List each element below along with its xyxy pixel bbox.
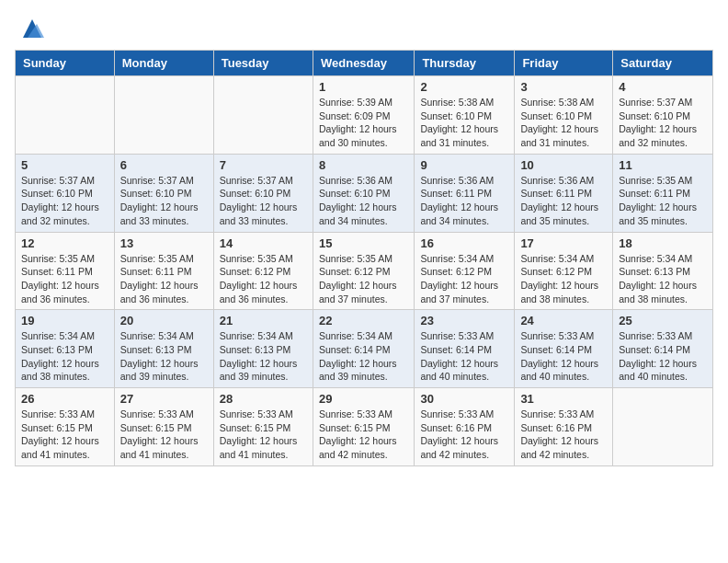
logo bbox=[15, 15, 46, 42]
day-number: 6 bbox=[120, 158, 208, 172]
day-cell: 31Sunrise: 5:33 AMSunset: 6:16 PMDayligh… bbox=[515, 388, 613, 466]
day-number: 3 bbox=[520, 80, 607, 94]
day-info: Sunrise: 5:33 AMSunset: 6:14 PMDaylight:… bbox=[520, 329, 607, 384]
day-info: Sunrise: 5:37 AMSunset: 6:10 PMDaylight:… bbox=[120, 174, 208, 228]
day-info: Sunrise: 5:35 AMSunset: 6:12 PMDaylight:… bbox=[220, 252, 307, 306]
day-info: Sunrise: 5:34 AMSunset: 6:13 PMDaylight:… bbox=[220, 329, 307, 384]
day-number: 7 bbox=[220, 158, 307, 172]
week-row-5: 26Sunrise: 5:33 AMSunset: 6:15 PMDayligh… bbox=[16, 388, 713, 466]
day-cell: 9Sunrise: 5:36 AMSunset: 6:11 PMDaylight… bbox=[415, 154, 515, 232]
day-cell: 15Sunrise: 5:35 AMSunset: 6:12 PMDayligh… bbox=[313, 232, 414, 310]
day-number: 27 bbox=[120, 392, 208, 406]
day-number: 28 bbox=[220, 392, 307, 406]
day-cell: 16Sunrise: 5:34 AMSunset: 6:12 PMDayligh… bbox=[415, 232, 515, 310]
day-number: 31 bbox=[520, 392, 607, 406]
day-cell: 18Sunrise: 5:34 AMSunset: 6:13 PMDayligh… bbox=[613, 232, 713, 310]
day-number: 17 bbox=[520, 236, 607, 250]
week-row-2: 5Sunrise: 5:37 AMSunset: 6:10 PMDaylight… bbox=[16, 154, 713, 232]
day-number: 1 bbox=[319, 80, 408, 94]
day-info: Sunrise: 5:38 AMSunset: 6:10 PMDaylight:… bbox=[420, 96, 508, 150]
day-info: Sunrise: 5:33 AMSunset: 6:16 PMDaylight:… bbox=[420, 408, 508, 462]
day-info: Sunrise: 5:34 AMSunset: 6:12 PMDaylight:… bbox=[420, 252, 508, 306]
day-cell: 8Sunrise: 5:36 AMSunset: 6:10 PMDaylight… bbox=[313, 154, 414, 232]
day-info: Sunrise: 5:38 AMSunset: 6:10 PMDaylight:… bbox=[520, 96, 607, 150]
day-info: Sunrise: 5:37 AMSunset: 6:10 PMDaylight:… bbox=[619, 96, 707, 150]
day-cell: 11Sunrise: 5:35 AMSunset: 6:11 PMDayligh… bbox=[613, 154, 713, 232]
day-info: Sunrise: 5:33 AMSunset: 6:15 PMDaylight:… bbox=[120, 408, 208, 462]
day-info: Sunrise: 5:33 AMSunset: 6:15 PMDaylight:… bbox=[220, 408, 307, 462]
day-number: 18 bbox=[619, 236, 707, 250]
day-number: 9 bbox=[420, 158, 508, 172]
week-row-4: 19Sunrise: 5:34 AMSunset: 6:13 PMDayligh… bbox=[16, 310, 713, 388]
day-info: Sunrise: 5:35 AMSunset: 6:11 PMDaylight:… bbox=[619, 174, 707, 228]
day-cell bbox=[213, 76, 313, 155]
day-number: 4 bbox=[619, 80, 707, 94]
day-info: Sunrise: 5:33 AMSunset: 6:16 PMDaylight:… bbox=[520, 408, 607, 462]
header-friday: Friday bbox=[515, 51, 613, 76]
day-cell bbox=[114, 76, 213, 155]
day-cell: 2Sunrise: 5:38 AMSunset: 6:10 PMDaylight… bbox=[415, 76, 515, 155]
day-info: Sunrise: 5:35 AMSunset: 6:11 PMDaylight:… bbox=[120, 252, 208, 306]
day-number: 26 bbox=[21, 392, 108, 406]
day-cell: 7Sunrise: 5:37 AMSunset: 6:10 PMDaylight… bbox=[213, 154, 313, 232]
day-number: 15 bbox=[319, 236, 408, 250]
header-tuesday: Tuesday bbox=[213, 51, 313, 76]
week-row-1: 1Sunrise: 5:39 AMSunset: 6:09 PMDaylight… bbox=[16, 76, 713, 155]
day-number: 2 bbox=[420, 80, 508, 94]
day-cell: 20Sunrise: 5:34 AMSunset: 6:13 PMDayligh… bbox=[114, 310, 213, 388]
day-cell: 23Sunrise: 5:33 AMSunset: 6:14 PMDayligh… bbox=[415, 310, 515, 388]
day-number: 24 bbox=[520, 314, 607, 327]
day-number: 22 bbox=[319, 314, 408, 327]
day-number: 11 bbox=[619, 158, 707, 172]
day-info: Sunrise: 5:34 AMSunset: 6:13 PMDaylight:… bbox=[21, 329, 108, 384]
day-number: 20 bbox=[120, 314, 208, 327]
day-cell: 19Sunrise: 5:34 AMSunset: 6:13 PMDayligh… bbox=[16, 310, 115, 388]
day-cell: 26Sunrise: 5:33 AMSunset: 6:15 PMDayligh… bbox=[16, 388, 115, 466]
day-cell: 12Sunrise: 5:35 AMSunset: 6:11 PMDayligh… bbox=[16, 232, 115, 310]
day-number: 23 bbox=[420, 314, 508, 327]
day-cell: 25Sunrise: 5:33 AMSunset: 6:14 PMDayligh… bbox=[613, 310, 713, 388]
day-info: Sunrise: 5:34 AMSunset: 6:13 PMDaylight:… bbox=[120, 329, 208, 384]
header-sunday: Sunday bbox=[16, 51, 115, 76]
day-info: Sunrise: 5:37 AMSunset: 6:10 PMDaylight:… bbox=[220, 174, 307, 228]
day-cell: 3Sunrise: 5:38 AMSunset: 6:10 PMDaylight… bbox=[515, 76, 613, 155]
day-number: 10 bbox=[520, 158, 607, 172]
header-row: SundayMondayTuesdayWednesdayThursdayFrid… bbox=[16, 51, 713, 76]
day-info: Sunrise: 5:34 AMSunset: 6:13 PMDaylight:… bbox=[619, 252, 707, 306]
day-number: 19 bbox=[21, 314, 108, 327]
day-cell: 24Sunrise: 5:33 AMSunset: 6:14 PMDayligh… bbox=[515, 310, 613, 388]
page-header bbox=[15, 15, 713, 42]
day-number: 21 bbox=[220, 314, 307, 327]
day-cell: 5Sunrise: 5:37 AMSunset: 6:10 PMDaylight… bbox=[16, 154, 115, 232]
day-cell: 30Sunrise: 5:33 AMSunset: 6:16 PMDayligh… bbox=[415, 388, 515, 466]
day-info: Sunrise: 5:36 AMSunset: 6:11 PMDaylight:… bbox=[420, 174, 508, 228]
header-monday: Monday bbox=[114, 51, 213, 76]
day-info: Sunrise: 5:34 AMSunset: 6:12 PMDaylight:… bbox=[520, 252, 607, 306]
day-cell bbox=[613, 388, 713, 466]
day-cell bbox=[16, 76, 115, 155]
day-cell: 29Sunrise: 5:33 AMSunset: 6:15 PMDayligh… bbox=[313, 388, 414, 466]
logo-icon bbox=[18, 15, 46, 42]
day-info: Sunrise: 5:35 AMSunset: 6:11 PMDaylight:… bbox=[21, 252, 108, 306]
day-cell: 1Sunrise: 5:39 AMSunset: 6:09 PMDaylight… bbox=[313, 76, 414, 155]
day-number: 30 bbox=[420, 392, 508, 406]
day-cell: 28Sunrise: 5:33 AMSunset: 6:15 PMDayligh… bbox=[213, 388, 313, 466]
day-number: 25 bbox=[619, 314, 707, 327]
day-info: Sunrise: 5:36 AMSunset: 6:11 PMDaylight:… bbox=[520, 174, 607, 228]
day-cell: 21Sunrise: 5:34 AMSunset: 6:13 PMDayligh… bbox=[213, 310, 313, 388]
day-cell: 6Sunrise: 5:37 AMSunset: 6:10 PMDaylight… bbox=[114, 154, 213, 232]
day-cell: 22Sunrise: 5:34 AMSunset: 6:14 PMDayligh… bbox=[313, 310, 414, 388]
day-number: 13 bbox=[120, 236, 208, 250]
day-number: 5 bbox=[21, 158, 108, 172]
day-info: Sunrise: 5:33 AMSunset: 6:15 PMDaylight:… bbox=[319, 408, 408, 462]
header-saturday: Saturday bbox=[613, 51, 713, 76]
day-number: 8 bbox=[319, 158, 408, 172]
header-thursday: Thursday bbox=[415, 51, 515, 76]
day-cell: 13Sunrise: 5:35 AMSunset: 6:11 PMDayligh… bbox=[114, 232, 213, 310]
day-cell: 27Sunrise: 5:33 AMSunset: 6:15 PMDayligh… bbox=[114, 388, 213, 466]
day-cell: 10Sunrise: 5:36 AMSunset: 6:11 PMDayligh… bbox=[515, 154, 613, 232]
day-number: 12 bbox=[21, 236, 108, 250]
day-number: 29 bbox=[319, 392, 408, 406]
day-cell: 14Sunrise: 5:35 AMSunset: 6:12 PMDayligh… bbox=[213, 232, 313, 310]
day-info: Sunrise: 5:33 AMSunset: 6:15 PMDaylight:… bbox=[21, 408, 108, 462]
